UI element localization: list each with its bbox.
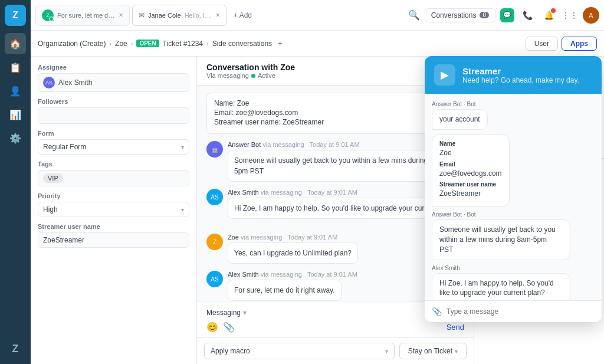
alex-sender-1: Alex Smith [228,189,259,196]
nav-right-buttons: User Apps [526,37,597,51]
conversation-subtitle: Via messaging Active [206,72,295,79]
stay-chevron-icon: ▾ [455,348,458,355]
nav-home-icon[interactable]: 🏠 [5,33,26,54]
w-bubble-3: Hi Zoe, I am happy to help. So you'd lik… [432,273,570,300]
widget-header: ▶ Streamer Need help? Go ahead, make my … [425,56,602,94]
active-dot [251,74,255,78]
alex-bubble-2: For sure, let me do it right away. [228,280,342,301]
tag-vip: VIP [43,173,63,183]
w-msg-2: Answer Bot · Bot Someone will usually ge… [432,211,570,260]
widget-message-input[interactable] [447,307,595,316]
tab-janae-close[interactable]: ✕ [215,12,220,18]
nav-chart-icon[interactable]: 📊 [5,104,26,125]
user-avatar[interactable]: A [583,7,599,24]
assignee-avatar: AS [43,77,55,88]
messaging-chevron-icon: ▾ [243,309,247,317]
breadcrumb-sep-3: › [206,40,209,47]
top-bar: Z For sure, let me do it... ✕ ✉ Janae Co… [31,0,604,31]
send-button[interactable]: Send [447,323,464,332]
widget-logo: ▶ [434,64,455,86]
w-sender-1: Answer Bot · Bot [432,101,488,107]
bot-sender: Answer Bot [228,141,261,148]
user-button[interactable]: User [526,37,558,51]
widget-subtitle: Need help? Go ahead, make my day. [462,76,579,84]
app-logo[interactable]: Z [5,5,26,26]
stay-on-ticket-button[interactable]: Stay on Ticket ▾ [399,343,467,359]
breadcrumb-side-conv[interactable]: Side conversations [212,40,272,48]
conversations-button[interactable]: Conversations 0 [425,8,495,22]
alex-sender-2: Alex Smith [228,271,259,278]
conversations-badge: 0 [480,12,489,18]
alex-avatar-2: AS [206,271,223,287]
emoji-icon[interactable]: 😊 [206,322,218,333]
priority-field[interactable]: High ▾ [38,202,189,217]
tab-zoe-close[interactable]: ✕ [119,12,123,18]
nav-users-icon[interactable]: 👤 [5,80,26,101]
w-msg-1: Answer Bot · Bot your account [432,101,488,130]
nav-add-button[interactable]: + [278,39,283,48]
tab-zoe[interactable]: Z For sure, let me do it... ✕ [35,5,130,26]
assignee-name: Alex Smith [58,78,92,87]
widget-attach-icon[interactable]: 📎 [432,307,442,316]
search-button[interactable]: 🔍 [408,9,420,21]
zoe-bubble: Yes, can I upgrade to Unlimited plan? [228,242,358,264]
apps-button[interactable]: Apps [562,37,597,51]
macro-bar: Apply macro ▾ Stay on Ticket ▾ [197,337,474,364]
tab-janae-subtitle: Hello, I am having an is... [185,12,212,19]
nav-inbox-icon[interactable]: 📋 [5,57,26,78]
w-bubble-2: Someone will usually get back to you wit… [432,219,570,260]
widget-chat: Answer Bot · Bot your account Name Zoe E… [425,94,602,300]
w-sender-2: Answer Bot · Bot [432,211,570,218]
attach-icon[interactable]: 📎 [223,322,235,333]
followers-field[interactable] [38,107,189,124]
streamer-value: ZoeStreamer [43,236,84,244]
contact-streamer: Streamer user name: ZoeStreamer [214,118,457,126]
tags-label: Tags [38,160,189,168]
apply-macro-select[interactable]: Apply macro ▾ [204,343,395,359]
w-sender-3: Alex Smith [432,265,570,271]
notifications-icon[interactable]: 🔔 [540,7,557,24]
w-bubble-1: your account [432,109,488,130]
tab-janae-label: Janae Cole [148,12,181,19]
zoe-sender: Zoe [228,234,239,241]
widget-header-text: Streamer Need help? Go ahead, make my da… [462,66,579,84]
w-msg-fields: Name Zoe Email zoe@lovedogs.com Streamer… [432,135,510,206]
breadcrumb-zoe[interactable]: Zoe [115,40,127,48]
stay-label: Stay on Ticket [408,347,452,355]
phone-icon[interactable]: 📞 [519,7,536,24]
nav-settings-icon[interactable]: ⚙️ [5,127,26,149]
tags-field[interactable]: VIP [38,170,189,186]
tab-zoe-avatar: Z [42,9,54,21]
grid-icon[interactable]: ⋮⋮ [562,7,578,24]
priority-label: Priority [38,192,189,199]
w-field-streamer: Streamer user name ZoeStreamer [439,181,502,199]
form-field[interactable]: Regular Form ▾ [38,139,189,155]
breadcrumb-org[interactable]: Organization (Create) [38,40,106,48]
notification-badge [551,8,556,13]
left-panel: Assignee AS Alex Smith Followers Form Re… [31,57,197,364]
chat-status-icon[interactable]: 💬 [500,8,514,22]
tab-zoe-subtitle: For sure, let me do it... [57,12,115,19]
form-value: Regular Form [43,143,86,151]
breadcrumb-ticket[interactable]: Ticket #1234 [163,40,203,48]
assignee-field[interactable]: AS Alex Smith [38,73,189,92]
streamer-widget: ▶ Streamer Need help? Go ahead, make my … [425,56,602,322]
conversation-title: Conversation with Zoe [206,63,295,72]
tab-janae[interactable]: ✉ Janae Cole Hello, I am having an is...… [132,5,226,26]
contact-name: Name: Zoe [214,99,457,107]
nav-zendesk-icon[interactable]: Z [5,338,26,359]
secondary-nav: Organization (Create) › Zoe › OPEN Ticke… [31,31,604,57]
form-label: Form [38,130,189,137]
alex-avatar-1: AS [206,189,223,205]
add-tab-button[interactable]: + Add [229,11,257,19]
via-label: Via messaging [206,72,249,79]
streamer-field[interactable]: ZoeStreamer [38,232,189,248]
w-bubble-fields: Name Zoe Email zoe@lovedogs.com Streamer… [432,135,510,206]
priority-chevron-icon: ▾ [181,206,184,213]
top-bar-right: 🔍 Conversations 0 💬 📞 🔔 ⋮⋮ A [408,7,599,24]
w-field-email: Email zoe@lovedogs.com [439,160,502,179]
macro-chevron-icon: ▾ [385,348,388,355]
breadcrumb-sep-1: › [109,40,111,47]
open-badge: OPEN [136,40,159,47]
active-label: Active [258,72,275,79]
